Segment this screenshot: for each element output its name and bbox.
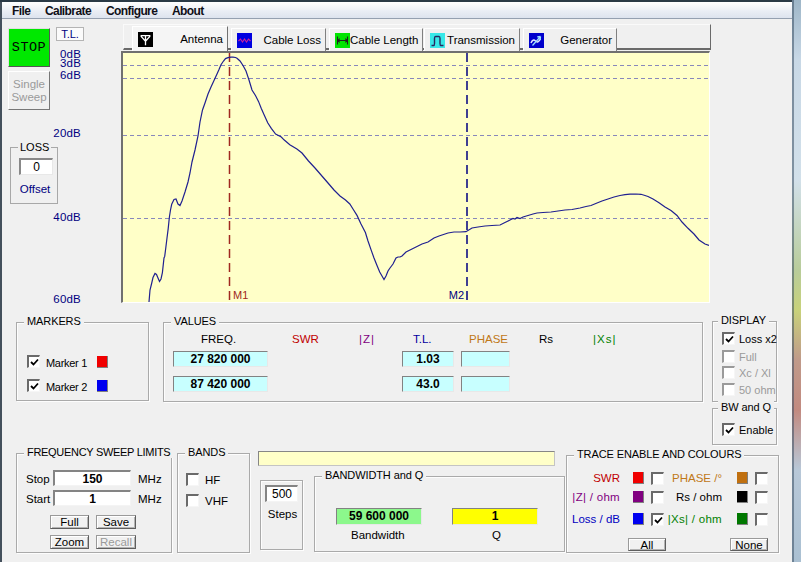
svg-text:M1: M1 [233, 289, 248, 301]
svg-text:M2: M2 [449, 289, 464, 301]
